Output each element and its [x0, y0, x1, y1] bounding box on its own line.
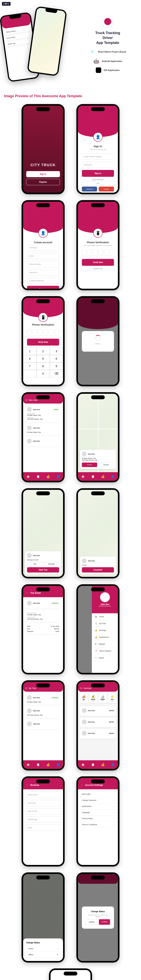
job-card[interactable]: John Doe: [25, 437, 61, 447]
tab-home[interactable]: 🏠: [78, 760, 88, 769]
verify-button[interactable]: Verify Now: [82, 259, 114, 266]
drawer-item-settings[interactable]: ⚙Settings: [92, 641, 118, 648]
tab-home[interactable]: 🏠: [23, 472, 33, 481]
start-trip-button[interactable]: Start Trip: [27, 567, 59, 573]
google-button[interactable]: Google: [99, 186, 114, 191]
otp-inputs[interactable]: [82, 250, 114, 256]
numeric-keypad[interactable]: 123 456 789 0⌫: [23, 347, 63, 377]
tab-earnings[interactable]: 💰: [43, 472, 53, 481]
screens-grid: CITY TRUCK Sign In Register 👤 Sign In Si…: [0, 100, 141, 980]
stat-today: 💰$120Today: [89, 693, 98, 703]
drawer-item-help[interactable]: ❓Help & Support: [92, 648, 118, 654]
tab-earnings[interactable]: 💰: [43, 760, 53, 769]
accept-button[interactable]: Accept: [82, 463, 97, 467]
booking-pickup[interactable]: Pickup Point: [25, 792, 61, 798]
cpass-input[interactable]: Confirm Password: [27, 278, 59, 284]
menu-icon[interactable]: ☰: [25, 399, 27, 401]
decline-button[interactable]: Decline: [98, 463, 114, 467]
menu-icon[interactable]: ☰: [25, 687, 27, 689]
tab-earnings[interactable]: 💰: [98, 760, 108, 769]
history-item[interactable]: John Doe: [25, 719, 61, 729]
drawer-avatar[interactable]: [100, 592, 110, 602]
signin-button[interactable]: Sign In: [82, 170, 114, 177]
reg-email-input[interactable]: Email: [27, 253, 59, 259]
confirm-button[interactable]: Confirm: [99, 919, 110, 925]
loading-modal: Loading...: [82, 331, 114, 352]
cancel-button[interactable]: Cancel: [86, 919, 97, 925]
earning-item[interactable]: John Doe$45.00: [80, 706, 116, 716]
earning-item[interactable]: John Doe$45.00: [80, 718, 116, 727]
hero-title-3: App Template: [78, 40, 137, 45]
settings-password[interactable]: Change Password›: [80, 797, 116, 803]
forgot-link[interactable]: Forgot Password?: [82, 179, 114, 180]
back-icon[interactable]: ←: [26, 784, 29, 786]
back-icon[interactable]: ←: [26, 592, 29, 594]
facebook-button[interactable]: Facebook: [82, 186, 97, 191]
chevron-right-icon: ›: [113, 811, 114, 813]
back-icon[interactable]: ←: [81, 784, 83, 786]
drawer-item-trips[interactable]: 📋My Trips: [92, 620, 118, 627]
history-item[interactable]: John Doe 145 Park Avenue, City: [25, 706, 61, 718]
screen-verify-keypad: 📱 Phone Verification Verify Now 123 456 …: [22, 296, 65, 386]
splash-register-button[interactable]: Register: [26, 179, 60, 185]
email-input[interactable]: Email / Phone number: [82, 153, 114, 160]
settings-language[interactable]: Language›: [80, 810, 116, 816]
settings-privacy[interactable]: Privacy Policy›: [80, 816, 116, 822]
booking-vehicle[interactable]: Vehicle Type: [25, 816, 61, 822]
tab-trips[interactable]: 📋: [33, 472, 43, 481]
screen-earnings: ☰Earnings 🚚45Trips 💰$120Today 📊$850Week …: [76, 680, 119, 770]
complete-button[interactable]: Complete: [82, 567, 114, 573]
status-offline[interactable]: Offline●: [26, 952, 60, 958]
history-item[interactable]: John DoeDelivered 32 Main Street, City: [25, 693, 61, 705]
job-card[interactable]: John Doe 32 Main Street, City: [25, 423, 61, 435]
spinner-icon: [95, 335, 101, 341]
drawer-item-home[interactable]: 🏠Home: [92, 613, 118, 620]
chevron-right-icon: ›: [113, 818, 114, 819]
register-button[interactable]: Register: [27, 286, 59, 289]
drawer-item-logout[interactable]: ↪Logout: [92, 654, 118, 661]
chevron-right-icon: ›: [113, 799, 114, 801]
status-online[interactable]: Online○: [26, 946, 60, 952]
resend-link[interactable]: Resend Code: [82, 268, 114, 269]
otp-inputs[interactable]: [27, 329, 59, 336]
tab-trips[interactable]: 📋: [88, 472, 98, 481]
booking-notes[interactable]: Notes: [25, 824, 61, 831]
tab-profile[interactable]: 👤: [53, 760, 63, 769]
earning-item[interactable]: John Doe$45.00: [80, 729, 116, 739]
password-input[interactable]: Password: [82, 162, 114, 168]
drawer-item-earnings[interactable]: 💰Earnings: [92, 627, 118, 634]
avatar: [27, 407, 32, 412]
tab-trips[interactable]: 📋: [88, 760, 98, 769]
tech-android: Android Application: [102, 60, 122, 62]
splash-signin-button[interactable]: Sign In: [26, 171, 60, 177]
verify-button[interactable]: Verify Now: [27, 339, 59, 345]
nav-drawer: John Doe john@example.com 🏠Home 📋My Trip…: [92, 586, 118, 673]
tab-trips[interactable]: 📋: [33, 760, 43, 769]
settings-profile[interactable]: Edit Profile›: [80, 791, 116, 797]
name-input[interactable]: Full Name: [27, 245, 59, 251]
tab-profile[interactable]: 👤: [108, 760, 118, 769]
chevron-right-icon: ›: [113, 824, 114, 826]
job-card[interactable]: John Doe Online Pickup Point 32 Main Str…: [25, 405, 61, 422]
screen-settings: ←Account Settings Edit Profile› Change P…: [76, 776, 119, 867]
reg-pass-input[interactable]: Password: [27, 269, 59, 275]
phone-input[interactable]: Phone Number: [27, 261, 59, 267]
tab-home[interactable]: 🏠: [23, 760, 33, 769]
call-button[interactable]: Call: [27, 562, 43, 566]
detail-header: Trip Detail: [30, 592, 41, 594]
menu-icon[interactable]: ☰: [80, 687, 82, 689]
tab-profile[interactable]: 👤: [108, 472, 118, 481]
message-button[interactable]: Message: [44, 562, 59, 566]
loading-text: Loading...: [86, 343, 110, 345]
tab-earnings[interactable]: 💰: [98, 472, 108, 481]
screen-confirm-modal: Change Status Are you sure you want to g…: [76, 872, 119, 963]
drawer-item-notifications[interactable]: 🔔Notifications: [92, 634, 118, 641]
stat-rating: ⭐4.8Rating: [108, 693, 117, 703]
settings-notifications[interactable]: Notifications›: [80, 803, 116, 810]
stat-week: 📊$850Week: [98, 693, 107, 703]
booking-drop[interactable]: Drop Point: [25, 800, 61, 806]
tab-profile[interactable]: 👤: [53, 472, 63, 481]
tab-home[interactable]: 🏠: [78, 472, 88, 481]
booking-date[interactable]: Date & Time: [25, 808, 61, 815]
settings-terms[interactable]: Terms & Conditions›: [80, 822, 116, 828]
